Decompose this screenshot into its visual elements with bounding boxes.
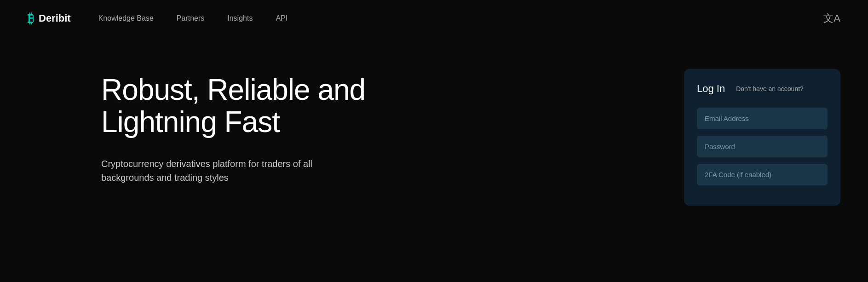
hero-title-line1: Robust, Reliable and xyxy=(101,73,365,106)
navbar: ₿ Deribit Knowledge Base Partners Insigh… xyxy=(0,0,868,37)
password-input[interactable] xyxy=(697,136,828,157)
twofa-form-group xyxy=(697,164,828,185)
hero-section: Robust, Reliable and Lightning Fast Cryp… xyxy=(101,64,423,184)
twofa-input[interactable] xyxy=(697,164,828,185)
login-title: Log In xyxy=(697,83,725,95)
hero-title-line2: Lightning Fast xyxy=(101,105,280,138)
nav-link-insights[interactable]: Insights xyxy=(227,14,253,23)
navbar-right: 文A xyxy=(823,12,840,25)
login-card: Log In Don't have an account? xyxy=(684,69,840,206)
translate-icon[interactable]: 文A xyxy=(823,12,840,25)
email-form-group xyxy=(697,108,828,129)
password-form-group xyxy=(697,136,828,157)
nav-links: Knowledge Base Partners Insights API xyxy=(98,14,288,23)
nav-link-api[interactable]: API xyxy=(276,14,287,23)
nav-link-partners[interactable]: Partners xyxy=(177,14,204,23)
logo[interactable]: ₿ Deribit xyxy=(28,11,71,26)
logo-text: Deribit xyxy=(39,12,71,24)
email-input[interactable] xyxy=(697,108,828,129)
logo-icon: ₿ xyxy=(28,11,34,26)
register-link[interactable]: Don't have an account? xyxy=(736,85,804,92)
navbar-left: ₿ Deribit Knowledge Base Partners Insigh… xyxy=(28,11,287,26)
login-header: Log In Don't have an account? xyxy=(697,83,828,95)
hero-subtitle: Cryptocurrency derivatives platform for … xyxy=(101,157,359,184)
hero-title: Robust, Reliable and Lightning Fast xyxy=(101,74,423,138)
nav-link-knowledge-base[interactable]: Knowledge Base xyxy=(98,14,154,23)
main-content: Robust, Reliable and Lightning Fast Cryp… xyxy=(0,37,868,282)
